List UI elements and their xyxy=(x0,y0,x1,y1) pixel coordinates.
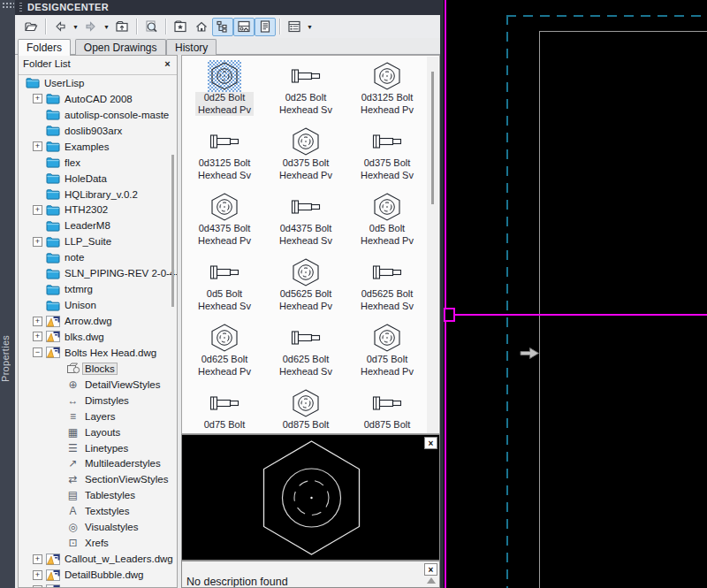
block-item-0d3125-bolt-hexhead-pv[interactable]: 0d3125 Bolt Hexhead Pv xyxy=(346,57,428,123)
tree-item-unison[interactable]: Unison xyxy=(19,297,177,313)
block-item-0d25-bolt-hexhead-sv[interactable]: 0d25 Bolt Hexhead Sv xyxy=(265,57,346,123)
tree-item-autocad-2008[interactable]: + AutoCAD 2008 xyxy=(19,91,177,107)
tree-item-dimstyles[interactable]: ↔ Dimstyles xyxy=(19,393,177,409)
paper-border-top[interactable] xyxy=(539,31,707,32)
tree-item-label[interactable]: LLP_Suite xyxy=(63,236,113,247)
tree-item-label[interactable]: txtmrg xyxy=(63,284,95,294)
tree-item-holedata[interactable]: HoleData xyxy=(19,171,177,187)
views-button[interactable] xyxy=(284,18,305,36)
tree-item-label[interactable]: LeaderM8 xyxy=(63,220,112,231)
block-item-0d625-bolt-hexhead-sv[interactable]: 0d625 Bolt Hexhead Sv xyxy=(265,319,346,385)
block-item-0d375-bolt-hexhead-pv[interactable]: 0d375 Bolt Hexhead Pv xyxy=(265,123,346,188)
autocad-drawing-area[interactable] xyxy=(440,0,707,588)
tree-item-layouts[interactable]: ▦ Layouts xyxy=(19,424,177,440)
tree-item-multileaderstyles[interactable]: ↗ Multileaderstyles xyxy=(19,456,177,472)
close-icon[interactable]: × xyxy=(424,563,437,576)
expand-toggle[interactable]: + xyxy=(33,205,42,215)
tree-item-label[interactable]: Bolts Hex Head.dwg xyxy=(63,347,158,358)
tree-item-leaderm8[interactable]: LeaderM8 xyxy=(19,218,177,233)
tree-item-flex[interactable]: flex xyxy=(19,155,177,171)
tree-item-label[interactable]: HoleData xyxy=(63,173,109,184)
back-button[interactable] xyxy=(49,18,71,36)
tree-item-label[interactable]: Multileaderstyles xyxy=(83,458,163,469)
tree-item-label[interactable]: UserLisp xyxy=(42,78,86,88)
block-item-0d875-bolt-hexhead-sv[interactable]: 0d875 Bolt Hexhead Sv xyxy=(346,385,428,434)
tree-item-detailviewstyles[interactable]: ⊕ DetailViewStyles xyxy=(19,377,177,393)
expand-toggle[interactable]: + xyxy=(33,332,42,341)
viewport-boundary-left[interactable] xyxy=(506,15,508,588)
tree-item-examples[interactable]: + Examples xyxy=(19,139,177,155)
tree-item-layers[interactable]: ≡ Layers xyxy=(19,409,177,424)
tree-item-label[interactable]: Unison xyxy=(63,300,98,310)
description-toggle[interactable] xyxy=(255,18,276,36)
block-item-0d5-bolt-hexhead-sv[interactable]: 0d5 Bolt Hexhead Sv xyxy=(184,254,265,319)
favorites-button[interactable] xyxy=(170,18,191,36)
block-item-0d375-bolt-hexhead-sv[interactable]: 0d375 Bolt Hexhead Sv xyxy=(346,123,428,188)
tree-item-label[interactable]: AutoCAD 2008 xyxy=(63,94,134,104)
back-button-dropdown[interactable]: ▼ xyxy=(71,18,80,36)
tree-item-label[interactable]: Arrow.dwg xyxy=(63,316,114,326)
block-item-0d5625-bolt-hexhead-sv[interactable]: 0d5625 Bolt Hexhead Sv xyxy=(346,254,428,319)
scroll-up-icon[interactable] xyxy=(427,577,436,584)
tree-item-sln-piping-rev-2-0-4-9[interactable]: SLN_PIPING-REV 2-0-4-9 xyxy=(19,265,177,281)
tab-folders[interactable]: Folders xyxy=(18,39,71,56)
search-button[interactable] xyxy=(141,18,162,36)
grip-box[interactable] xyxy=(444,308,455,322)
tab-history[interactable]: History xyxy=(166,39,217,55)
tree-item-bolts-hex-head-dwg[interactable]: − Bolts Hex Head.dwg xyxy=(19,345,177,361)
tree-item-blks-dwg[interactable]: + blks.dwg xyxy=(19,329,177,345)
tree-item-label[interactable]: Layers xyxy=(83,411,118,422)
tree-item-autolisp-console-maste[interactable]: autolisp-console-maste xyxy=(19,107,177,123)
expand-toggle[interactable]: + xyxy=(33,554,42,564)
block-item-0d3125-bolt-hexhead-sv[interactable]: 0d3125 Bolt Hexhead Sv xyxy=(184,123,265,188)
tab-open-drawings[interactable]: Open Drawings xyxy=(75,39,166,55)
up-button[interactable] xyxy=(111,18,133,36)
tree-item-hth2302[interactable]: + HTH2302 xyxy=(19,202,177,218)
load-button[interactable] xyxy=(20,18,42,36)
views-button-dropdown[interactable]: ▼ xyxy=(305,18,315,36)
tree-scrollbar[interactable] xyxy=(171,155,174,307)
tree-item-label[interactable]: Visualstyles xyxy=(83,522,141,532)
expand-toggle[interactable]: + xyxy=(33,237,42,247)
tree-item-linetypes[interactable]: ☰ Linetypes xyxy=(19,440,177,456)
tree-item-dial-gauge-variation-dwg[interactable]: + dial gauge-variation.dwg xyxy=(19,583,177,588)
tree-item-hqlibrary-v-0-2[interactable]: HQLibrary_v.0.2 xyxy=(19,187,177,202)
tree-item-llp-suite[interactable]: + LLP_Suite xyxy=(19,233,177,249)
tree-item-label[interactable]: Dimstyles xyxy=(83,395,131,406)
close-icon[interactable]: × xyxy=(162,57,173,70)
selected-line-vertical[interactable] xyxy=(445,0,446,588)
expand-toggle[interactable]: + xyxy=(33,570,42,580)
tree-item-textstyles[interactable]: A Textstyles xyxy=(19,503,177,519)
paper-border-left[interactable] xyxy=(539,31,540,588)
tree-item-label[interactable]: DetailBubble.dwg xyxy=(63,569,146,580)
expand-toggle[interactable]: + xyxy=(33,317,42,326)
tree-item-label[interactable]: Examples xyxy=(63,141,111,152)
tree-item-label[interactable]: Linetypes xyxy=(83,443,130,454)
tree-item-txtmrg[interactable]: txtmrg xyxy=(19,281,177,297)
block-item-0d5625-bolt-hexhead-pv[interactable]: 0d5625 Bolt Hexhead Pv xyxy=(265,254,346,319)
forward-button-dropdown[interactable]: ▼ xyxy=(102,18,111,36)
tree-item-label[interactable]: DetailViewStyles xyxy=(83,379,162,390)
tree-item-label[interactable]: HTH2302 xyxy=(63,204,110,215)
tree-item-label[interactable]: doslib903arx xyxy=(63,126,124,136)
tree-item-doslib903arx[interactable]: doslib903arx xyxy=(19,123,177,139)
tree-item-label[interactable]: flex xyxy=(63,157,82,168)
block-item-0d4375-bolt-hexhead-sv[interactable]: 0d4375 Bolt Hexhead Sv xyxy=(265,188,346,254)
tree-item-label[interactable]: HQLibrary_v.0.2 xyxy=(63,189,140,200)
tree-item-label[interactable]: blks.dwg xyxy=(63,332,106,342)
tree-item-label[interactable]: SLN_PIPING-REV 2-0-4-9 xyxy=(63,268,177,279)
grid-scrollbar-thumb[interactable] xyxy=(431,72,434,204)
tree-item-label[interactable]: Layouts xyxy=(83,427,122,438)
tree-item-note[interactable]: note xyxy=(19,249,177,265)
tree-item-label[interactable]: Xrefs xyxy=(83,538,110,548)
block-item-0d25-bolt-hexhead-pv[interactable]: 0d25 Bolt Hexhead Pv xyxy=(184,57,265,123)
tree-view-toggle[interactable] xyxy=(212,18,233,36)
tree-item-userlisp[interactable]: UserLisp xyxy=(19,75,177,91)
block-item-0d875-bolt-hexhead-pv[interactable]: 0d875 Bolt Hexhead Pv xyxy=(265,385,346,434)
palette-titlebar[interactable]: DESIGNCENTER xyxy=(15,0,442,15)
expand-toggle[interactable]: − xyxy=(33,347,42,357)
tree-item-detailbubble-dwg[interactable]: + DetailBubble.dwg xyxy=(19,567,177,583)
tree-item-arrow-dwg[interactable]: + Arrow.dwg xyxy=(19,313,177,329)
expand-toggle[interactable]: + xyxy=(33,94,42,103)
tree-item-label[interactable]: Textstyles xyxy=(83,506,132,516)
